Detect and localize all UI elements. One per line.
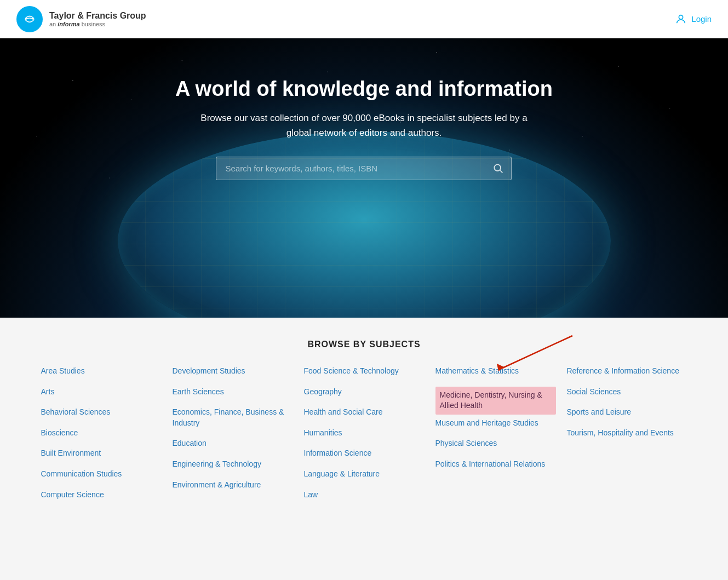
logo-icon xyxy=(16,6,43,32)
logo-company-name: Taylor & Francis Group xyxy=(49,10,146,21)
browse-title: BROWSE BY SUBJECTS xyxy=(33,340,695,349)
svg-point-4 xyxy=(495,165,501,171)
subject-communication-studies[interactable]: Communication Studies xyxy=(41,469,162,480)
hero-content: A world of knowledge and information Bro… xyxy=(164,77,564,180)
subject-information-science[interactable]: Information Science xyxy=(304,448,425,459)
subjects-grid: Area Studies Arts Behavioral Sciences Bi… xyxy=(36,366,693,510)
logo-brand: informa xyxy=(58,21,79,27)
logo-text: Taylor & Francis Group an informa busine… xyxy=(49,10,146,27)
subject-engineering[interactable]: Engineering & Technology xyxy=(173,459,293,470)
subject-reference-information[interactable]: Reference & Information Science xyxy=(567,366,687,377)
subject-humanities[interactable]: Humanities xyxy=(304,428,425,439)
hero-subtitle: Browse our vast collection of over 90,00… xyxy=(194,111,534,140)
hero-title: A world of knowledge and information xyxy=(175,77,553,102)
subject-education[interactable]: Education xyxy=(173,438,293,449)
subject-social-sciences[interactable]: Social Sciences xyxy=(567,387,687,398)
search-input[interactable] xyxy=(216,157,485,180)
subject-museum[interactable]: Museum and Heritage Studies xyxy=(435,418,556,429)
subject-column-1: Area Studies Arts Behavioral Sciences Bi… xyxy=(36,366,167,510)
subject-development-studies[interactable]: Development Studies xyxy=(173,366,293,377)
subject-sports-leisure[interactable]: Sports and Leisure xyxy=(567,407,687,418)
subject-behavioral-sciences[interactable]: Behavioral Sciences xyxy=(41,407,162,418)
login-button[interactable]: Login xyxy=(675,13,712,25)
logo-tagline: an informa business xyxy=(49,21,146,27)
subject-column-2: Development Studies Earth Sciences Econo… xyxy=(167,366,299,510)
subject-geography[interactable]: Geography xyxy=(304,387,425,398)
subject-food-science[interactable]: Food Science & Technology xyxy=(304,366,425,377)
subject-law[interactable]: Law xyxy=(304,490,425,501)
login-label: Login xyxy=(691,14,712,24)
subject-column-5: Reference & Information Science Social S… xyxy=(561,366,693,510)
subject-physical-sciences[interactable]: Physical Sciences xyxy=(435,438,556,449)
subject-column-4: Mathematics & Statistics Medicine, Denti… xyxy=(430,366,561,510)
search-icon xyxy=(492,163,503,174)
search-button[interactable] xyxy=(485,157,511,179)
subject-arts[interactable]: Arts xyxy=(41,387,162,398)
svg-point-3 xyxy=(679,15,683,19)
subject-tourism[interactable]: Tourism, Hospitality and Events xyxy=(567,428,687,439)
subject-language-literature[interactable]: Language & Literature xyxy=(304,469,425,480)
search-bar xyxy=(216,157,512,180)
subject-medicine[interactable]: Medicine, Dentistry, Nursing & Allied He… xyxy=(435,387,556,415)
subject-politics[interactable]: Politics & International Relations xyxy=(435,459,556,470)
subject-bioscience[interactable]: Bioscience xyxy=(41,428,162,439)
subject-area-studies[interactable]: Area Studies xyxy=(41,366,162,377)
subject-built-environment[interactable]: Built Environment xyxy=(41,448,162,459)
subject-environment[interactable]: Environment & Agriculture xyxy=(173,480,293,491)
subject-computer-science[interactable]: Computer Science xyxy=(41,490,162,501)
subject-economics[interactable]: Economics, Finance, Business & Industry xyxy=(173,407,293,428)
user-icon xyxy=(675,13,687,25)
subject-health-social-care[interactable]: Health and Social Care xyxy=(304,407,425,418)
svg-line-5 xyxy=(501,171,503,173)
svg-point-0 xyxy=(22,12,37,26)
browse-section: BROWSE BY SUBJECTS Area Studies Arts Beh… xyxy=(0,318,728,532)
logo-area[interactable]: Taylor & Francis Group an informa busine… xyxy=(16,6,146,32)
subject-column-3: Food Science & Technology Geography Heal… xyxy=(299,366,430,510)
site-header: Taylor & Francis Group an informa busine… xyxy=(0,0,728,38)
hero-section: A world of knowledge and information Bro… xyxy=(0,38,728,318)
subject-earth-sciences[interactable]: Earth Sciences xyxy=(173,387,293,398)
subject-mathematics[interactable]: Mathematics & Statistics xyxy=(435,366,556,377)
